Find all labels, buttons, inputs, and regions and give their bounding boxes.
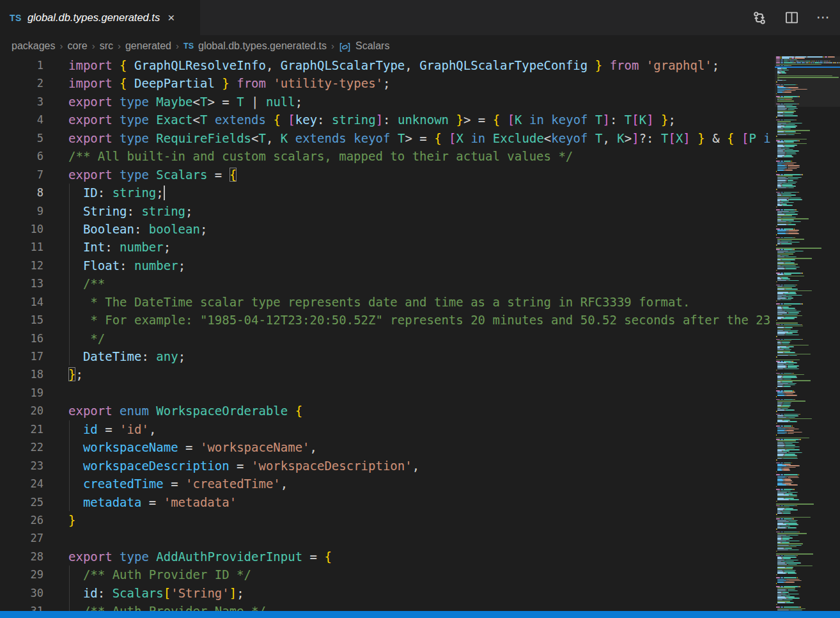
chevron-right-icon: › [92, 40, 95, 51]
code-line-20[interactable]: 20export enum WorkspaceOrderable { [0, 402, 772, 420]
code-line-28[interactable]: 28export type AddAuthProviderInput = { [0, 548, 772, 566]
code-line-15[interactable]: 15 * For example: "1985-04-12T23:20:50.5… [0, 311, 772, 329]
vscode-window: TS global.db.types.generated.ts × [0, 0, 840, 618]
line-text: export type Exact<T extends { [key: stri… [43, 111, 676, 129]
line-number: 11 [0, 238, 43, 256]
code-line-10[interactable]: 10 Boolean: boolean; [0, 220, 772, 238]
text-cursor [164, 186, 165, 200]
line-number: 29 [0, 566, 43, 583]
indent-guide [69, 438, 70, 456]
code-line-11[interactable]: 11 Int: number; [0, 238, 772, 256]
code-line-14[interactable]: 14 * The DateTime scalar type represents… [0, 293, 772, 311]
indent-guide [69, 420, 70, 438]
code-line-16[interactable]: 16 */ [0, 329, 772, 347]
close-icon[interactable]: × [167, 12, 175, 24]
symbol-type-icon [339, 42, 351, 52]
code-line-9[interactable]: 9 String: string; [0, 202, 772, 220]
indent-guide [69, 202, 70, 220]
indent-guide [69, 311, 70, 329]
line-number: 7 [0, 166, 43, 184]
minimap[interactable] [775, 56, 840, 611]
line-number: 30 [0, 584, 43, 602]
split-editor-icon [785, 11, 798, 24]
code-line-3[interactable]: 3export type Maybe<T> = T | null; [0, 93, 772, 111]
open-changes-button[interactable] [752, 10, 767, 26]
line-number: 14 [0, 293, 43, 311]
line-text: String: string; [43, 202, 193, 220]
status-bar [0, 611, 840, 618]
code-line-27[interactable]: 27 [0, 529, 772, 547]
line-text [43, 384, 68, 402]
ellipsis-icon: ⋯ [816, 15, 830, 20]
indent-guide [69, 493, 70, 511]
code-line-21[interactable]: 21 id = 'id', [0, 420, 772, 438]
editor-actions: ⋯ [752, 0, 831, 35]
code-line-5[interactable]: 5export type RequireFields<T, K extends … [0, 129, 772, 147]
code-line-31[interactable]: 31 /** Auth Provider Name */ [0, 602, 772, 611]
minimap-cursor-line [775, 67, 840, 68]
code-line-7[interactable]: 7export type Scalars = { [0, 166, 772, 184]
indent-guide [69, 238, 70, 256]
breadcrumb-item-file[interactable]: global.db.types.generated.ts [198, 40, 327, 52]
breadcrumb: packages›core›src›generated›TSglobal.db.… [0, 35, 840, 56]
line-text: import { GraphQLResolveInfo, GraphQLScal… [43, 56, 719, 74]
line-number: 10 [0, 220, 43, 238]
line-number: 21 [0, 420, 43, 438]
code-line-29[interactable]: 29 /** Auth Provider ID */ [0, 566, 772, 583]
code-line-24[interactable]: 24 createdTime = 'createdTime', [0, 475, 772, 493]
code-line-18[interactable]: 18}; [0, 365, 772, 383]
indent-guide [69, 475, 70, 493]
line-text: /** All built-in and custom scalars, map… [43, 147, 573, 165]
breadcrumb-item-symbol[interactable]: Scalars [355, 40, 389, 52]
line-text: export type Scalars = { [43, 166, 237, 184]
code-line-19[interactable]: 19 [0, 384, 772, 402]
code-line-2[interactable]: 2import { DeepPartial } from 'utility-ty… [0, 74, 772, 92]
breadcrumb-item-generated[interactable]: generated [125, 40, 171, 52]
line-text: export enum WorkspaceOrderable { [43, 402, 302, 420]
code-line-22[interactable]: 22 workspaceName = 'workspaceName', [0, 438, 772, 456]
chevron-right-icon: › [331, 40, 334, 51]
line-number: 26 [0, 511, 43, 529]
line-text: workspaceName = 'workspaceName', [43, 438, 317, 456]
split-editor-button[interactable] [784, 10, 799, 26]
line-number: 27 [0, 529, 43, 547]
code-editor[interactable]: 1import { GraphQLResolveInfo, GraphQLSca… [0, 56, 772, 611]
typescript-file-icon: TS [10, 13, 22, 23]
tab-global-db-types-generated-ts[interactable]: TS global.db.types.generated.ts × [0, 0, 200, 35]
typescript-file-icon: TS [183, 42, 194, 51]
code-line-30[interactable]: 30 id: Scalars['String']; [0, 584, 772, 602]
line-number: 9 [0, 202, 43, 220]
chevron-right-icon: › [176, 40, 179, 51]
line-text [43, 529, 68, 547]
code-line-26[interactable]: 26} [0, 511, 772, 529]
code-line-1[interactable]: 1import { GraphQLResolveInfo, GraphQLSca… [0, 56, 772, 74]
code-line-6[interactable]: 6/** All built-in and custom scalars, ma… [0, 147, 772, 165]
line-text: /** Auth Provider ID */ [43, 566, 251, 583]
line-text: import { DeepPartial } from 'utility-typ… [43, 74, 390, 92]
line-number: 8 [0, 184, 43, 202]
indent-guide [69, 602, 70, 611]
breadcrumb-item-packages[interactable]: packages [12, 40, 56, 52]
line-text: ID: string; [43, 184, 165, 202]
code-line-12[interactable]: 12 Float: number; [0, 257, 772, 274]
code-line-8[interactable]: 8 ID: string; [0, 184, 772, 202]
code-line-25[interactable]: 25 metadata = 'metadata' [0, 493, 772, 511]
breadcrumb-item-src[interactable]: src [100, 40, 113, 52]
line-number: 19 [0, 384, 43, 402]
line-number: 3 [0, 93, 43, 111]
code-line-23[interactable]: 23 workspaceDescription = 'workspaceDesc… [0, 457, 772, 475]
tab-title: global.db.types.generated.ts [27, 12, 160, 24]
code-line-4[interactable]: 4export type Exact<T extends { [key: str… [0, 111, 772, 129]
more-actions-button[interactable]: ⋯ [816, 10, 831, 26]
code-line-13[interactable]: 13 /** [0, 274, 772, 292]
line-text: * For example: "1985-04-12T23:20:50.52Z"… [43, 311, 772, 329]
code-line-17[interactable]: 17 DateTime: any; [0, 347, 772, 365]
breadcrumb-item-core[interactable]: core [68, 40, 88, 52]
line-text: /** Auth Provider Name */ [43, 602, 266, 611]
line-number: 23 [0, 457, 43, 475]
indent-guide [69, 457, 70, 475]
line-number: 6 [0, 147, 43, 165]
indent-guide [69, 257, 70, 274]
line-number: 24 [0, 475, 43, 493]
indent-guide [69, 274, 70, 292]
